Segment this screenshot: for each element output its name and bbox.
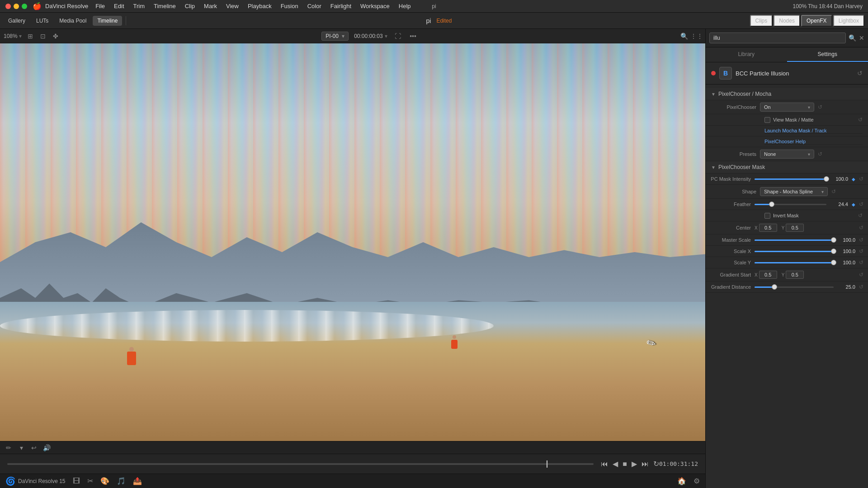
- skip-forward-button[interactable]: ⏭: [642, 460, 649, 468]
- center-x-input[interactable]: [759, 224, 777, 232]
- play-button[interactable]: ▶: [632, 460, 637, 468]
- menu-view[interactable]: View: [222, 2, 242, 10]
- menu-workspace[interactable]: Workspace: [357, 2, 393, 10]
- section-pixelchooser[interactable]: ▼ PixelChooser / Mocha: [706, 88, 868, 100]
- pixelchooser-help-button[interactable]: PixelChooser Help: [764, 139, 863, 145]
- menu-help[interactable]: Help: [395, 2, 415, 10]
- close-button[interactable]: [5, 4, 11, 9]
- menu-edit[interactable]: Edit: [110, 2, 127, 10]
- invert-mask-checkbox[interactable]: [764, 213, 770, 219]
- reset-effect-button[interactable]: ↺: [857, 70, 863, 77]
- launch-mocha-button[interactable]: Launch Mocha Mask / Track: [764, 128, 863, 134]
- scale-x-slider[interactable]: [755, 251, 834, 252]
- reset-master-scale-button[interactable]: ↺: [859, 237, 863, 243]
- menu-playback[interactable]: Playback: [244, 2, 275, 10]
- cut-icon[interactable]: ✂: [87, 477, 93, 485]
- skip-back-button[interactable]: ⏮: [601, 460, 608, 468]
- reset-feather-button[interactable]: ↺: [859, 201, 863, 207]
- loop-button[interactable]: ↻: [653, 460, 659, 468]
- lightbox-button[interactable]: Lightbox: [833, 15, 864, 27]
- pen-dropdown-icon[interactable]: ▾: [16, 443, 26, 453]
- menu-fusion[interactable]: Fusion: [277, 2, 302, 10]
- pen-tool-icon[interactable]: ✏: [4, 443, 14, 453]
- gradient-distance-thumb[interactable]: [772, 284, 777, 290]
- reset-gradient-distance-button[interactable]: ↺: [859, 284, 863, 290]
- master-scale-thumb[interactable]: [831, 237, 836, 243]
- clip-name[interactable]: PI-00 ▾: [321, 32, 349, 41]
- reset-center-button[interactable]: ↺: [859, 225, 863, 231]
- pc-mask-intensity-thumb[interactable]: [824, 176, 829, 182]
- menu-timeline[interactable]: Timeline: [150, 2, 179, 10]
- view-mask-checkbox[interactable]: [764, 117, 770, 123]
- menu-trim[interactable]: Trim: [130, 2, 149, 10]
- reset-invert-mask-button[interactable]: ↺: [858, 212, 863, 219]
- reset-scale-y-button[interactable]: ↺: [859, 259, 863, 266]
- gradient-start-x-input[interactable]: [759, 271, 777, 279]
- viewer-right-icons: 🔍 ⋮⋮: [679, 31, 702, 41]
- safe-area-icon[interactable]: ⊡: [38, 31, 48, 41]
- scale-y-slider[interactable]: [755, 262, 834, 263]
- panel-tabs: Library Settings: [706, 47, 868, 62]
- scale-y-thumb[interactable]: [831, 260, 836, 265]
- more-icon[interactable]: •••: [408, 31, 418, 41]
- feather-thumb[interactable]: [769, 202, 774, 207]
- step-back-button[interactable]: ◀: [613, 460, 618, 468]
- search-input[interactable]: [709, 33, 846, 43]
- gradient-distance-slider[interactable]: [755, 286, 834, 288]
- feather-slider[interactable]: [755, 204, 826, 205]
- menu-file[interactable]: File: [92, 2, 108, 10]
- pixelchooser-dropdown[interactable]: On ▾: [760, 103, 814, 112]
- reset-view-mask-button[interactable]: ↺: [858, 117, 863, 123]
- menu-color[interactable]: Color: [304, 2, 325, 10]
- history-icon[interactable]: ↩: [29, 443, 39, 453]
- pc-mask-intensity-slider[interactable]: [755, 178, 826, 180]
- luts-button[interactable]: LUTs: [32, 16, 53, 26]
- reset-shape-button[interactable]: ↺: [831, 188, 836, 195]
- menu-clip[interactable]: Clip: [181, 2, 198, 10]
- menu-fairlight[interactable]: Fairlight: [327, 2, 355, 10]
- fit-icon[interactable]: ⛶: [393, 31, 403, 41]
- search-viewer-icon[interactable]: 🔍: [679, 31, 689, 41]
- stop-button[interactable]: ■: [623, 460, 627, 468]
- deliver-icon[interactable]: 📤: [133, 477, 142, 485]
- section-pixelchooser-mask[interactable]: ▼ PixelChooser Mask: [706, 161, 868, 174]
- reset-pixelchooser-button[interactable]: ↺: [818, 104, 822, 110]
- media-pool-button[interactable]: Media Pool: [55, 16, 91, 26]
- clips-button[interactable]: Clips: [750, 15, 773, 27]
- minimize-button[interactable]: [14, 4, 19, 9]
- nodes-button[interactable]: Nodes: [774, 15, 800, 27]
- gradient-start-y-input[interactable]: [786, 271, 804, 279]
- scale-x-thumb[interactable]: [831, 249, 836, 254]
- feather-keyframe[interactable]: ◆: [852, 202, 855, 207]
- openfx-button[interactable]: OpenFX: [801, 15, 832, 27]
- zoom-indicator[interactable]: 108% ▾: [4, 33, 22, 39]
- gallery-button[interactable]: Gallery: [4, 16, 30, 26]
- grid-icon[interactable]: ⊞: [25, 31, 35, 41]
- home-icon[interactable]: 🏠: [677, 477, 686, 485]
- tab-settings[interactable]: Settings: [787, 47, 868, 62]
- master-scale-slider[interactable]: [755, 239, 834, 241]
- pc-mask-intensity-keyframe[interactable]: ◆: [852, 177, 855, 182]
- reset-presets-button[interactable]: ↺: [818, 151, 822, 157]
- reset-pc-mask-intensity-button[interactable]: ↺: [859, 176, 863, 182]
- center-y-input[interactable]: [786, 224, 804, 232]
- timeline-scrubber[interactable]: [7, 463, 594, 465]
- audio-icon[interactable]: 🔊: [42, 443, 52, 453]
- settings-icon[interactable]: ⚙: [693, 477, 700, 485]
- clip-icon[interactable]: 🎞: [73, 477, 80, 485]
- transform-icon[interactable]: ✤: [51, 31, 61, 41]
- close-search-button[interactable]: ✕: [859, 34, 864, 42]
- reset-gradient-start-button[interactable]: ↺: [859, 272, 863, 278]
- menu-mark[interactable]: Mark: [200, 2, 221, 10]
- shape-dropdown[interactable]: Shape - Mocha Spline ▾: [760, 187, 828, 196]
- music-icon[interactable]: 🎵: [117, 477, 126, 485]
- options-icon[interactable]: ⋮⋮: [692, 31, 702, 41]
- reset-scale-x-button[interactable]: ↺: [859, 248, 863, 254]
- tab-library[interactable]: Library: [706, 47, 787, 62]
- maximize-button[interactable]: [22, 4, 27, 9]
- color-icon[interactable]: 🎨: [100, 477, 109, 485]
- presets-dropdown[interactable]: None ▾: [760, 150, 814, 159]
- search-icon[interactable]: 🔍: [849, 34, 856, 42]
- timeline-button[interactable]: Timeline: [93, 16, 122, 26]
- feather-value: 24.4: [830, 202, 848, 207]
